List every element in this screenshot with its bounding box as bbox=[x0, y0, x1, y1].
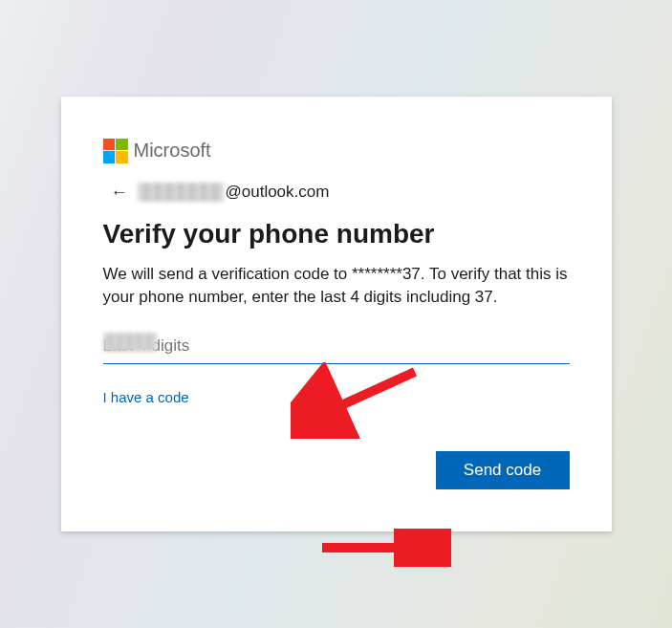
brand-name: Microsoft bbox=[134, 140, 211, 162]
phone-input-wrap bbox=[103, 331, 570, 364]
microsoft-logo-icon bbox=[103, 139, 128, 163]
email-suffix: @outlook.com bbox=[226, 183, 330, 202]
dialog-card: Microsoft ← @outlook.com Verify your pho… bbox=[61, 97, 612, 532]
brand-row: Microsoft bbox=[103, 139, 570, 163]
have-code-link[interactable]: I have a code bbox=[103, 389, 189, 405]
back-arrow-icon[interactable]: ← bbox=[111, 184, 128, 201]
identity-row: ← @outlook.com bbox=[103, 183, 570, 202]
button-row: Send code bbox=[103, 451, 570, 489]
page-title: Verify your phone number bbox=[103, 219, 570, 249]
account-email: @outlook.com bbox=[138, 183, 330, 202]
annotation-arrow-input-icon bbox=[291, 362, 424, 439]
description-text: We will send a verification code to ****… bbox=[103, 263, 570, 309]
annotation-arrow-button-icon bbox=[317, 529, 451, 567]
svg-line-0 bbox=[310, 372, 415, 420]
send-code-button[interactable]: Send code bbox=[436, 451, 570, 489]
phone-last4-input[interactable] bbox=[103, 331, 570, 364]
redacted-email-prefix bbox=[138, 183, 224, 202]
